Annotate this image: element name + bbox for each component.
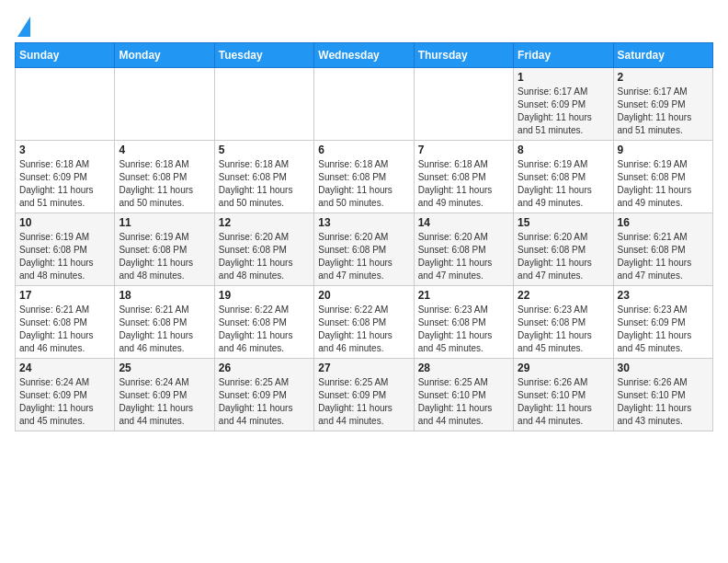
day-info: Sunrise: 6:25 AM Sunset: 6:09 PM Dayligh… — [318, 376, 409, 428]
day-number: 6 — [318, 144, 409, 156]
day-info: Sunrise: 6:19 AM Sunset: 6:08 PM Dayligh… — [119, 231, 210, 282]
day-number: 7 — [418, 144, 509, 156]
day-info: Sunrise: 6:22 AM Sunset: 6:08 PM Dayligh… — [219, 304, 310, 355]
calendar-cell: 2Sunrise: 6:17 AM Sunset: 6:09 PM Daylig… — [613, 68, 712, 141]
calendar-cell: 24Sunrise: 6:24 AM Sunset: 6:09 PM Dayli… — [16, 359, 115, 431]
calendar-cell: 16Sunrise: 6:21 AM Sunset: 6:08 PM Dayli… — [613, 213, 712, 286]
calendar-cell: 30Sunrise: 6:26 AM Sunset: 6:10 PM Dayli… — [613, 359, 712, 431]
day-info: Sunrise: 6:17 AM Sunset: 6:09 PM Dayligh… — [518, 86, 609, 137]
weekday-row: SundayMondayTuesdayWednesdayThursdayFrid… — [16, 43, 713, 68]
day-number: 12 — [219, 216, 310, 229]
day-number: 22 — [518, 289, 609, 302]
day-number: 26 — [219, 362, 310, 374]
day-number: 28 — [418, 362, 509, 374]
day-info: Sunrise: 6:18 AM Sunset: 6:08 PM Dayligh… — [119, 158, 210, 210]
day-info: Sunrise: 6:21 AM Sunset: 6:08 PM Dayligh… — [19, 304, 110, 355]
calendar-week: 1Sunrise: 6:17 AM Sunset: 6:09 PM Daylig… — [16, 68, 713, 141]
day-info: Sunrise: 6:20 AM Sunset: 6:08 PM Dayligh… — [418, 231, 509, 282]
day-number: 20 — [318, 289, 409, 302]
day-info: Sunrise: 6:25 AM Sunset: 6:10 PM Dayligh… — [418, 376, 509, 428]
calendar-week: 3Sunrise: 6:18 AM Sunset: 6:09 PM Daylig… — [16, 141, 713, 213]
calendar-cell: 12Sunrise: 6:20 AM Sunset: 6:08 PM Dayli… — [214, 213, 313, 286]
logo-icon — [17, 17, 30, 37]
day-number: 21 — [418, 289, 509, 302]
day-info: Sunrise: 6:20 AM Sunset: 6:08 PM Dayligh… — [518, 231, 609, 282]
calendar-cell: 23Sunrise: 6:23 AM Sunset: 6:09 PM Dayli… — [613, 286, 712, 359]
day-info: Sunrise: 6:19 AM Sunset: 6:08 PM Dayligh… — [19, 231, 110, 282]
calendar-cell: 1Sunrise: 6:17 AM Sunset: 6:09 PM Daylig… — [514, 68, 613, 141]
calendar-cell — [214, 68, 313, 141]
day-info: Sunrise: 6:23 AM Sunset: 6:09 PM Dayligh… — [618, 304, 709, 355]
day-number: 18 — [119, 289, 210, 302]
day-number: 16 — [618, 216, 709, 229]
weekday-header: Wednesday — [314, 43, 414, 68]
day-info: Sunrise: 6:18 AM Sunset: 6:08 PM Dayligh… — [418, 158, 509, 210]
day-number: 24 — [19, 362, 110, 374]
calendar-cell: 29Sunrise: 6:26 AM Sunset: 6:10 PM Dayli… — [514, 359, 613, 431]
calendar-cell: 8Sunrise: 6:19 AM Sunset: 6:08 PM Daylig… — [514, 141, 613, 213]
day-info: Sunrise: 6:19 AM Sunset: 6:08 PM Dayligh… — [518, 158, 609, 210]
calendar-week: 17Sunrise: 6:21 AM Sunset: 6:08 PM Dayli… — [16, 286, 713, 359]
calendar-cell: 28Sunrise: 6:25 AM Sunset: 6:10 PM Dayli… — [414, 359, 513, 431]
calendar-cell: 19Sunrise: 6:22 AM Sunset: 6:08 PM Dayli… — [214, 286, 313, 359]
day-number: 5 — [219, 144, 310, 156]
calendar-cell — [115, 68, 214, 141]
calendar-cell: 7Sunrise: 6:18 AM Sunset: 6:08 PM Daylig… — [414, 141, 513, 213]
day-number: 14 — [418, 216, 509, 229]
calendar-cell — [414, 68, 513, 141]
calendar-week: 10Sunrise: 6:19 AM Sunset: 6:08 PM Dayli… — [16, 213, 713, 286]
calendar-cell: 13Sunrise: 6:20 AM Sunset: 6:08 PM Dayli… — [314, 213, 414, 286]
day-info: Sunrise: 6:23 AM Sunset: 6:08 PM Dayligh… — [518, 304, 609, 355]
weekday-header: Monday — [115, 43, 214, 68]
calendar-header: SundayMondayTuesdayWednesdayThursdayFrid… — [16, 43, 713, 68]
day-info: Sunrise: 6:24 AM Sunset: 6:09 PM Dayligh… — [19, 376, 110, 428]
day-info: Sunrise: 6:21 AM Sunset: 6:08 PM Dayligh… — [618, 231, 709, 282]
day-number: 23 — [618, 289, 709, 302]
calendar-cell: 21Sunrise: 6:23 AM Sunset: 6:08 PM Dayli… — [414, 286, 513, 359]
calendar-cell: 22Sunrise: 6:23 AM Sunset: 6:08 PM Dayli… — [514, 286, 613, 359]
day-number: 8 — [518, 144, 609, 156]
day-number: 4 — [119, 144, 210, 156]
calendar-cell: 10Sunrise: 6:19 AM Sunset: 6:08 PM Dayli… — [16, 213, 115, 286]
day-info: Sunrise: 6:26 AM Sunset: 6:10 PM Dayligh… — [618, 376, 709, 428]
day-number: 13 — [318, 216, 409, 229]
calendar-cell — [16, 68, 115, 141]
calendar-cell: 20Sunrise: 6:22 AM Sunset: 6:08 PM Dayli… — [314, 286, 414, 359]
day-number: 29 — [518, 362, 609, 374]
day-info: Sunrise: 6:18 AM Sunset: 6:09 PM Dayligh… — [19, 158, 110, 210]
day-number: 10 — [19, 216, 110, 229]
weekday-header: Sunday — [16, 43, 115, 68]
day-info: Sunrise: 6:22 AM Sunset: 6:08 PM Dayligh… — [318, 304, 409, 355]
day-info: Sunrise: 6:26 AM Sunset: 6:10 PM Dayligh… — [518, 376, 609, 428]
day-number: 3 — [19, 144, 110, 156]
day-info: Sunrise: 6:24 AM Sunset: 6:09 PM Dayligh… — [119, 376, 210, 428]
weekday-header: Thursday — [414, 43, 513, 68]
calendar-cell: 6Sunrise: 6:18 AM Sunset: 6:08 PM Daylig… — [314, 141, 414, 213]
calendar-cell: 3Sunrise: 6:18 AM Sunset: 6:09 PM Daylig… — [16, 141, 115, 213]
calendar-cell: 15Sunrise: 6:20 AM Sunset: 6:08 PM Dayli… — [514, 213, 613, 286]
day-number: 30 — [618, 362, 709, 374]
day-info: Sunrise: 6:20 AM Sunset: 6:08 PM Dayligh… — [318, 231, 409, 282]
calendar-cell: 5Sunrise: 6:18 AM Sunset: 6:08 PM Daylig… — [214, 141, 313, 213]
weekday-header: Tuesday — [214, 43, 313, 68]
day-info: Sunrise: 6:25 AM Sunset: 6:09 PM Dayligh… — [219, 376, 310, 428]
calendar-cell: 18Sunrise: 6:21 AM Sunset: 6:08 PM Dayli… — [115, 286, 214, 359]
calendar-cell: 25Sunrise: 6:24 AM Sunset: 6:09 PM Dayli… — [115, 359, 214, 431]
day-info: Sunrise: 6:18 AM Sunset: 6:08 PM Dayligh… — [318, 158, 409, 210]
calendar-week: 24Sunrise: 6:24 AM Sunset: 6:09 PM Dayli… — [16, 359, 713, 431]
calendar-body: 1Sunrise: 6:17 AM Sunset: 6:09 PM Daylig… — [16, 68, 713, 431]
day-info: Sunrise: 6:17 AM Sunset: 6:09 PM Dayligh… — [618, 86, 709, 137]
calendar-cell: 11Sunrise: 6:19 AM Sunset: 6:08 PM Dayli… — [115, 213, 214, 286]
calendar-cell: 14Sunrise: 6:20 AM Sunset: 6:08 PM Dayli… — [414, 213, 513, 286]
day-number: 25 — [119, 362, 210, 374]
day-number: 17 — [19, 289, 110, 302]
day-number: 11 — [119, 216, 210, 229]
weekday-header: Friday — [514, 43, 613, 68]
day-number: 2 — [618, 71, 709, 84]
weekday-header: Saturday — [613, 43, 712, 68]
calendar-cell: 26Sunrise: 6:25 AM Sunset: 6:09 PM Dayli… — [214, 359, 313, 431]
day-number: 19 — [219, 289, 310, 302]
day-number: 15 — [518, 216, 609, 229]
calendar-cell: 27Sunrise: 6:25 AM Sunset: 6:09 PM Dayli… — [314, 359, 414, 431]
calendar-cell: 9Sunrise: 6:19 AM Sunset: 6:08 PM Daylig… — [613, 141, 712, 213]
